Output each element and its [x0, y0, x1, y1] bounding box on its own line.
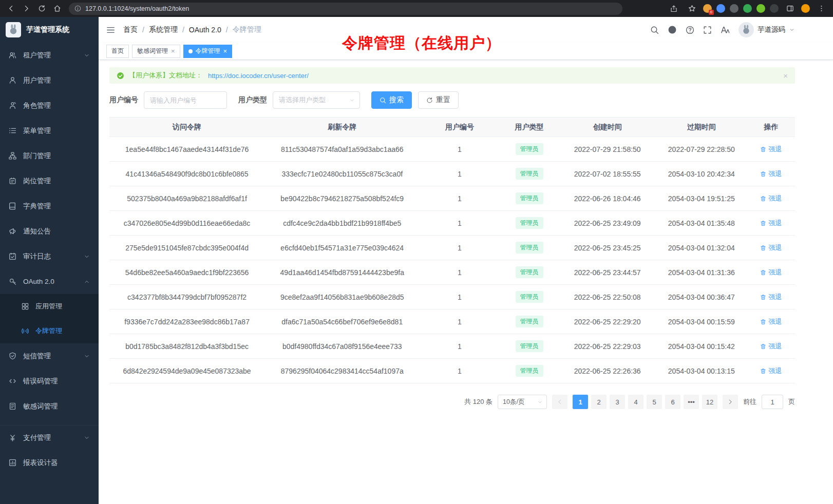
- site-info-icon[interactable]: [74, 5, 81, 12]
- tab-首页[interactable]: 首页: [106, 45, 129, 58]
- tab-敏感词管理[interactable]: 敏感词管理×: [132, 45, 180, 58]
- user-id-cell: 1: [420, 285, 499, 309]
- page-button[interactable]: 6: [665, 395, 680, 409]
- sidebar-item[interactable]: 报表设计器: [0, 450, 99, 475]
- user-menu[interactable]: 芋道源码: [739, 22, 795, 37]
- breadcrumb-item-oauth[interactable]: OAuth 2.0: [189, 26, 221, 34]
- extension-icon[interactable]: [770, 4, 779, 13]
- extension-icon[interactable]: [730, 4, 739, 13]
- side-panel-icon[interactable]: [783, 2, 797, 15]
- force-logout-button[interactable]: 强退: [760, 145, 782, 154]
- page-button[interactable]: 2: [591, 395, 607, 409]
- sidebar-item[interactable]: 敏感词管理: [0, 394, 99, 419]
- submenu: 应用管理令牌管理: [0, 294, 99, 343]
- browser-home-icon[interactable]: [50, 2, 64, 15]
- user-type-field-group: 用户类型 请选择用户类型: [238, 91, 360, 109]
- force-logout-button[interactable]: 强退: [760, 342, 782, 351]
- tab-close-icon[interactable]: ×: [171, 48, 175, 54]
- column-header: 用户编号: [420, 118, 499, 137]
- user-id-input[interactable]: [144, 91, 227, 109]
- extension-icon[interactable]: [716, 4, 725, 13]
- sidebar-item-label: 报表设计器: [23, 458, 58, 468]
- sidebar-item[interactable]: OAuth 2.0: [0, 269, 99, 294]
- chevron-up-icon: [84, 279, 90, 285]
- page-button[interactable]: 1: [573, 395, 588, 409]
- sidebar-item[interactable]: 字典管理: [0, 193, 99, 219]
- browser-profile-avatar[interactable]: [801, 4, 810, 13]
- force-logout-button[interactable]: 强退: [760, 268, 782, 277]
- user-id-cell: 1: [420, 334, 499, 359]
- force-logout-button[interactable]: 强退: [760, 194, 782, 203]
- page-button[interactable]: 5: [647, 395, 662, 409]
- github-icon[interactable]: [668, 25, 677, 34]
- access-token-cell: b0d1785bc3a8482f812db4a3f3bd15ec: [109, 334, 264, 359]
- tenant-icon: [9, 51, 16, 59]
- sidebar-item[interactable]: 角色管理: [0, 93, 99, 118]
- user-type-select[interactable]: 请选择用户类型: [273, 91, 360, 109]
- doc-link[interactable]: https://doc.iocoder.cn/user-center/: [208, 72, 309, 80]
- sidebar-item[interactable]: 岗位管理: [0, 168, 99, 193]
- force-logout-label: 强退: [768, 169, 782, 179]
- breadcrumb-item-system[interactable]: 系统管理: [149, 25, 178, 34]
- sidebar-item[interactable]: 支付管理: [0, 425, 99, 450]
- sidebar-item[interactable]: 用户管理: [0, 68, 99, 93]
- address-bar[interactable]: 127.0.0.1:1024/system/oauth2/token: [69, 3, 622, 15]
- goto-page-input[interactable]: [762, 395, 783, 409]
- sidebar-item[interactable]: 菜单管理: [0, 118, 99, 143]
- page-size-select[interactable]: 10条/页: [498, 395, 547, 409]
- force-logout-button[interactable]: 强退: [760, 219, 782, 228]
- column-header: 访问令牌: [109, 118, 264, 137]
- sidebar-item[interactable]: 租户管理: [0, 43, 99, 68]
- extension-icon[interactable]: [743, 4, 752, 13]
- app-logo[interactable]: 芋道管理系统: [0, 17, 99, 43]
- force-logout-button[interactable]: 强退: [760, 169, 782, 179]
- sidebar-item[interactable]: 错误码管理: [0, 369, 99, 394]
- breadcrumb-separator: /: [182, 26, 184, 34]
- browser-forward-icon[interactable]: [20, 2, 33, 15]
- browser-reload-icon[interactable]: [35, 2, 48, 15]
- sidebar-toggle-icon[interactable]: [106, 26, 115, 34]
- alert-close-icon[interactable]: ×: [783, 71, 788, 80]
- sidebar-item[interactable]: 部门管理: [0, 143, 99, 168]
- search-icon[interactable]: [650, 26, 659, 34]
- sidebar-item[interactable]: 通知公告: [0, 219, 99, 244]
- post-icon: [9, 177, 16, 185]
- trash-icon: [760, 220, 766, 226]
- fullscreen-icon[interactable]: [703, 26, 712, 34]
- page-button[interactable]: 12: [702, 395, 717, 409]
- page-button[interactable]: 4: [628, 395, 643, 409]
- breadcrumb-item-home[interactable]: 首页: [123, 25, 138, 34]
- table-row: c347026e805e4d99b0d116eae66eda8ccdfc4ce9…: [109, 211, 795, 236]
- sidebar-subitem[interactable]: 应用管理: [0, 294, 99, 319]
- page-button[interactable]: 3: [610, 395, 625, 409]
- table-header-row: 访问令牌刷新令牌用户编号用户类型创建时间过期时间操作: [109, 118, 795, 137]
- sidebar-item[interactable]: 审计日志: [0, 244, 99, 269]
- user-id-cell: 1: [420, 186, 499, 211]
- force-logout-button[interactable]: 强退: [760, 366, 782, 376]
- sidebar-subitem[interactable]: 令牌管理: [0, 319, 99, 343]
- search-button[interactable]: 搜索: [371, 91, 412, 109]
- force-logout-button[interactable]: 强退: [760, 317, 782, 326]
- expire-time-cell: 2054-03-04 00:15:59: [656, 309, 747, 334]
- share-icon[interactable]: [667, 2, 680, 15]
- next-page-button[interactable]: [723, 395, 738, 409]
- logo-image: [6, 22, 21, 37]
- browser-back-icon[interactable]: [4, 2, 17, 15]
- help-icon[interactable]: [686, 26, 694, 34]
- extension-icon[interactable]: [756, 4, 765, 13]
- extension-icon[interactable]: 0: [703, 4, 712, 13]
- table-row: b0d1785bc3a8482f812db4a3f3bd15ecb0df4980…: [109, 334, 795, 359]
- create-time-cell: 2022-06-25 23:44:57: [559, 260, 655, 285]
- bookmark-star-icon[interactable]: [685, 2, 698, 15]
- force-logout-button[interactable]: 强退: [760, 293, 782, 302]
- reset-button[interactable]: 重置: [418, 91, 459, 109]
- browser-menu-icon[interactable]: [815, 2, 828, 15]
- tab-close-icon[interactable]: ×: [223, 48, 228, 54]
- sidebar-item[interactable]: 短信管理: [0, 343, 99, 369]
- force-logout-button[interactable]: 强退: [760, 243, 782, 253]
- access-token-cell: 1ea5e44f8bc1467aaede43144f31de76: [109, 137, 264, 162]
- font-size-icon[interactable]: [721, 25, 730, 34]
- prev-page-button[interactable]: [552, 395, 567, 409]
- tab-令牌管理[interactable]: 令牌管理×: [183, 45, 233, 58]
- more-pages-button[interactable]: •••: [684, 395, 699, 409]
